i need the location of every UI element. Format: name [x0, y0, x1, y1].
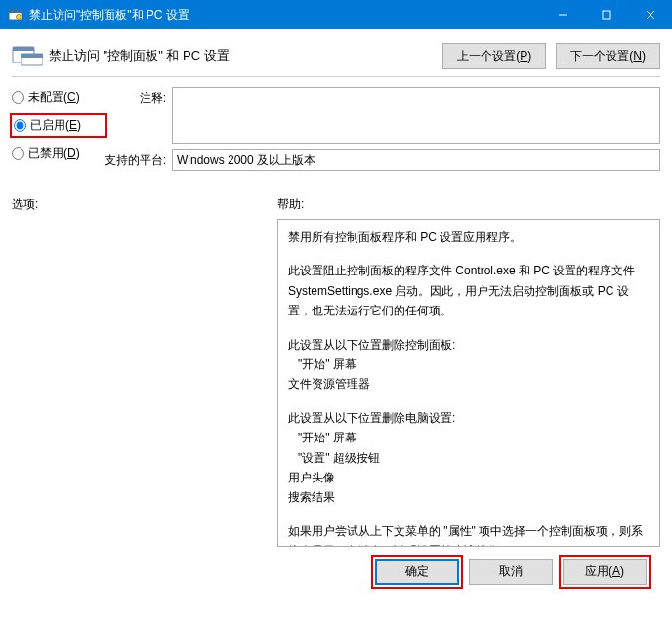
svg-rect-4	[603, 11, 610, 19]
titlebar: 禁止访问"控制面板"和 PC 设置	[0, 0, 672, 29]
footer-buttons: 确定 取消 应用(A)	[12, 551, 660, 585]
policy-title: 禁止访问 "控制面板" 和 PC 设置	[49, 47, 442, 64]
radio-enabled[interactable]: 已启用(E)	[14, 117, 102, 134]
help-label: 帮助:	[277, 196, 660, 213]
policy-icon	[8, 7, 23, 22]
comment-textarea[interactable]	[172, 87, 660, 144]
separator	[12, 76, 660, 77]
help-text[interactable]: 禁用所有控制面板程序和 PC 设置应用程序。 此设置阻止控制面板的程序文件 Co…	[277, 219, 660, 547]
maximize-button[interactable]	[584, 0, 628, 29]
cancel-button[interactable]: 取消	[469, 559, 553, 585]
apply-button[interactable]: 应用(A)	[563, 559, 647, 585]
svg-rect-1	[9, 10, 22, 13]
close-button[interactable]	[628, 0, 672, 29]
options-label: 选项:	[12, 196, 277, 213]
state-radios: 未配置(C) 已启用(E) 已禁用(D)	[12, 87, 104, 162]
radio-not-configured[interactable]: 未配置(C)	[12, 89, 104, 105]
policy-large-icon	[12, 45, 43, 66]
header-row: 禁止访问 "控制面板" 和 PC 设置 上一个设置(P) 下一个设置(N)	[12, 39, 660, 72]
comment-label: 注释:	[104, 87, 172, 106]
window-title: 禁止访问"控制面板"和 PC 设置	[29, 7, 540, 23]
radio-disabled[interactable]: 已禁用(D)	[12, 146, 104, 162]
ok-button[interactable]: 确定	[375, 559, 459, 585]
next-setting-button[interactable]: 下一个设置(N)	[556, 43, 660, 69]
prev-setting-button[interactable]: 上一个设置(P)	[442, 43, 546, 69]
svg-rect-10	[21, 54, 43, 58]
svg-point-2	[17, 15, 21, 20]
platform-text: Windows 2000 及以上版本	[172, 149, 660, 171]
platform-label: 支持的平台:	[104, 149, 172, 169]
minimize-button[interactable]	[540, 0, 584, 29]
svg-rect-8	[13, 47, 34, 51]
